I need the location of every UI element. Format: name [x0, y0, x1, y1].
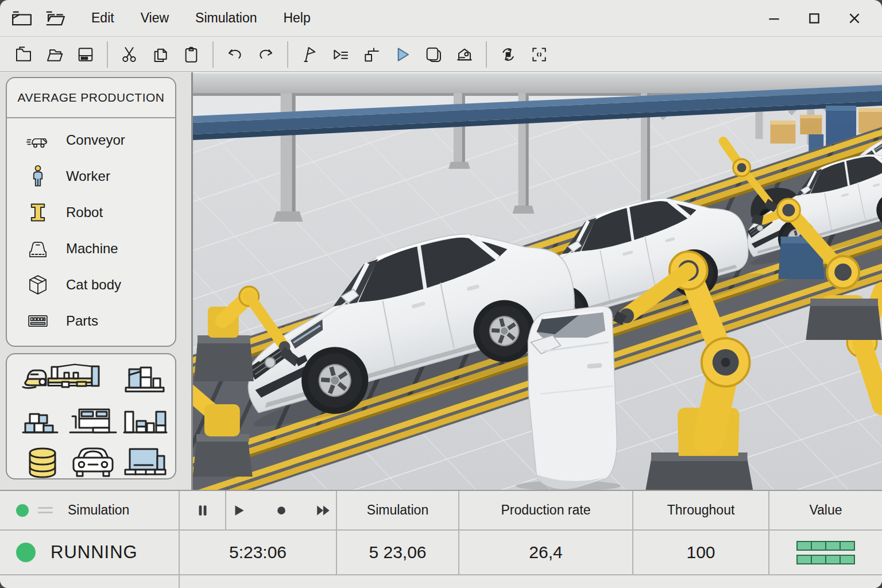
factory-scene — [193, 72, 882, 491]
column-header-throughout: Throughout — [633, 491, 769, 529]
cut-button[interactable] — [114, 40, 145, 69]
sidebar-item-label: Robot — [66, 204, 103, 220]
new-file-button[interactable] — [8, 40, 39, 69]
library-item-car[interactable] — [69, 445, 117, 479]
menu-view[interactable]: View — [127, 5, 182, 32]
factory-button[interactable] — [449, 40, 480, 69]
fast-forward-button[interactable] — [312, 499, 335, 522]
column-header-production-rate: Production rate — [459, 491, 633, 529]
menu-bar: Edit View Simulation Help — [78, 5, 324, 32]
minimize-button[interactable] — [764, 8, 784, 29]
fit-view-button[interactable] — [524, 40, 555, 69]
panel-title: AVERAGE PRODUCTION — [7, 78, 175, 118]
cat-body-icon — [25, 273, 51, 296]
library-item-box-stack[interactable] — [21, 405, 65, 439]
flag-button[interactable] — [294, 40, 325, 69]
sidebar-item-label: Parts — [66, 313, 98, 329]
library-item-workstation[interactable] — [65, 405, 121, 439]
library-item-conveyor-line[interactable] — [21, 363, 111, 399]
layers-button[interactable] — [418, 40, 449, 69]
play-button[interactable] — [227, 499, 250, 522]
running-label: RUNNING — [51, 542, 138, 563]
pause-icon — [191, 499, 214, 522]
sidebar-item-label: Cat body — [66, 277, 121, 293]
robot-icon — [25, 202, 51, 223]
redo-button[interactable] — [250, 40, 281, 69]
close-button[interactable] — [844, 8, 865, 29]
bottom-strip — [0, 574, 882, 588]
status-bar: Simulation Simulation Production rate T — [0, 490, 882, 574]
sim-toggle[interactable]: Simulation — [0, 491, 180, 529]
sidebar-item-label: Conveyor — [66, 132, 125, 148]
reset-view-button[interactable] — [493, 40, 524, 69]
value-grid — [769, 529, 882, 574]
run-status: RUNNING — [0, 529, 180, 574]
run-simulation-button[interactable] — [387, 40, 418, 69]
sidebar-item-machine[interactable]: Machine — [7, 230, 175, 266]
parts-icon — [25, 311, 51, 331]
sidebar-item-cat-body[interactable]: Cat body — [7, 266, 175, 303]
open-folder-button[interactable] — [39, 40, 70, 69]
maximize-button[interactable] — [804, 8, 825, 29]
running-dot — [16, 543, 36, 562]
folder-tab-icon[interactable] — [42, 7, 68, 30]
library-item-storage-shelf[interactable] — [122, 363, 167, 399]
sim-time: 5:23:06 — [180, 529, 337, 574]
conveyor-icon — [25, 130, 51, 150]
library-item-terminal[interactable] — [121, 446, 169, 479]
playback-controls — [226, 491, 337, 529]
sim-status-dot — [16, 504, 29, 517]
toolbar — [0, 37, 882, 72]
titlebar: Edit View Simulation Help — [0, 0, 882, 37]
panel-layout-icon[interactable] — [9, 7, 34, 30]
sidebar-item-label: Machine — [66, 241, 118, 257]
sidebar: AVERAGE PRODUCTION Conveyor Worker — [0, 72, 191, 491]
3d-viewport[interactable] — [191, 72, 882, 491]
undo-button[interactable] — [219, 40, 250, 69]
simulation-value: 5 23,06 — [337, 529, 459, 574]
machine-icon — [25, 238, 51, 260]
sidebar-item-conveyor[interactable]: Conveyor — [7, 122, 175, 158]
sidebar-item-robot[interactable]: Robot — [7, 194, 175, 230]
menu-help[interactable]: Help — [270, 5, 323, 32]
sidebar-item-label: Worker — [66, 168, 110, 184]
step-button[interactable] — [356, 40, 387, 69]
drag-handle-icon — [38, 507, 53, 513]
menu-edit[interactable]: Edit — [78, 5, 127, 32]
library-item-database[interactable] — [24, 445, 62, 479]
paste-button[interactable] — [176, 40, 207, 69]
pause-button[interactable] — [180, 491, 226, 529]
sim-toggle-label: Simulation — [68, 502, 129, 518]
average-production-panel: AVERAGE PRODUCTION Conveyor Worker — [6, 77, 176, 347]
sidebar-item-worker[interactable]: Worker — [7, 158, 175, 194]
throughout-value: 100 — [633, 529, 769, 574]
save-button[interactable] — [70, 40, 101, 69]
production-rate-value: 26,4 — [459, 529, 633, 574]
worker-icon — [25, 165, 51, 188]
record-button[interactable] — [270, 499, 293, 522]
library-item-storage-racks[interactable] — [122, 405, 168, 439]
copy-button[interactable] — [145, 40, 176, 69]
column-header-simulation: Simulation — [337, 491, 459, 529]
app-window: Edit View Simulation Help — [0, 0, 882, 588]
library-panel — [6, 353, 176, 479]
run-list-button[interactable] — [325, 40, 356, 69]
column-header-value: Value — [769, 491, 882, 529]
menu-simulation[interactable]: Simulation — [182, 5, 270, 32]
sidebar-item-parts[interactable]: Parts — [7, 303, 175, 339]
